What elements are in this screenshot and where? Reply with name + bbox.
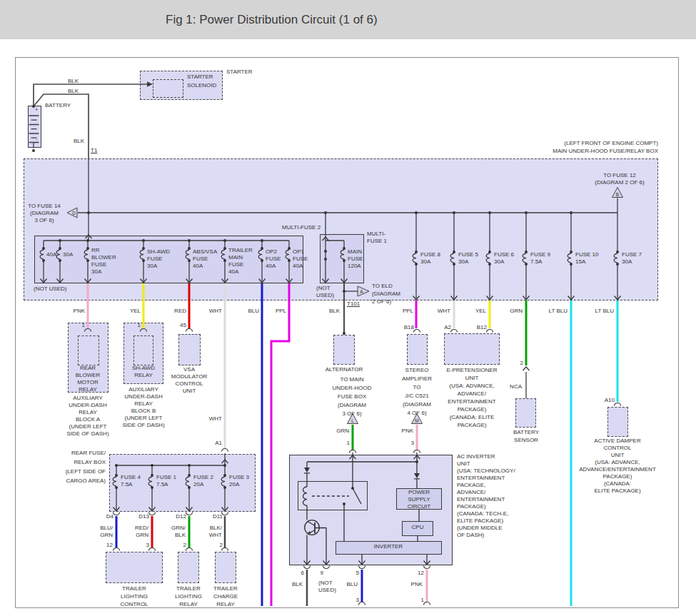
wire-label-blk-t101: BLK (329, 308, 340, 315)
shawd-relay-inner (133, 335, 153, 365)
fuse6-label: FUSE 6 30A (494, 251, 514, 266)
stereo-pin: B18 (404, 324, 414, 331)
rearblower-block: AUXILIARY UNDER-DASH RELAY BLOCK A (UNDE… (66, 395, 109, 438)
stereo-name: STEREO AMPLIFIER (402, 366, 432, 383)
vsa-name: VSA MODULATOR CONTROL UNIT (171, 366, 207, 395)
wire-label-blk1: BLK (68, 78, 79, 85)
rearblower-name: REAR BLOWER MOTOR RELAY (76, 365, 101, 393)
wire-label-blugrn: BLU/ GRN (100, 525, 113, 539)
wire-label-blkwht: BLK/ WHT (209, 525, 222, 539)
mainbox-location-label: (LEFT FRONT OF ENGINE COMPT) MAIN UNDER-… (553, 139, 658, 155)
mf2-fuse-rrblower: RR BLOWER FUSE 30A (91, 247, 116, 276)
trailer-lighting-relay-box (178, 552, 199, 583)
trailer-charge-relay-label: TRAILER CHARGE RELAY (213, 585, 238, 608)
shawd-block: AUXILIARY UNDER-DASH RELAY BLOCK B (UNDE… (122, 386, 164, 429)
wire-label-blk-inv: BLK (292, 581, 303, 588)
to-fuse14-label: TO FUSE 14 (DIAGRAM 3 OF 6) (28, 203, 61, 224)
mf2-fuse-40a: 40A (46, 251, 56, 258)
pin-label-a1: A1 (215, 440, 222, 447)
inv-pin-9: 9 (321, 570, 323, 577)
wire-label-pnk: PNK (74, 308, 85, 315)
inverter-pin1-label: 1 (347, 440, 350, 447)
pin-d4: D4 (106, 513, 114, 520)
starter-solenoid-label: STARTER SOLENOID (187, 73, 216, 90)
pin-2a: 2 (183, 542, 186, 549)
stereo-amplifier-box (407, 334, 428, 365)
mf2-fuse-absvsa: ABS/VSA FUSE 40A (193, 248, 217, 270)
pin-label-t1: T1 (91, 147, 97, 154)
inverter-pin3-label: 3 (411, 440, 414, 447)
preten-name: E-PRETENSIONER UNIT (USA: ADVANCE, ADVAN… (446, 366, 497, 429)
shawd-name: SH-AWD RELAY (132, 365, 155, 379)
stereo-dest: TO J/C C521 (DIAGRAM 4 OF 6) (403, 383, 431, 418)
mf2-fuse-shawd: SH-AWD FUSE 30A (147, 248, 170, 270)
e-pretensioner-box (444, 333, 500, 365)
fuse9-label: FUSE 9 7.5A (530, 251, 550, 266)
pin-3: 3 (146, 542, 149, 549)
damper-pin: A10 (605, 397, 615, 404)
inv-notused: (NOT USED) (318, 580, 336, 594)
cpu-label: CPU (412, 524, 424, 531)
wire-label-blu-inv: BLU (346, 581, 358, 588)
battery-sensor-box (515, 398, 536, 428)
rearbox-label: REAR FUSE/ RELAY BOX (LEFT SIDE OF CARGO… (66, 448, 106, 485)
preten-pin-a2: A2 (444, 324, 451, 331)
wire-label-wht-mid: WHT (209, 415, 222, 423)
wire-label-yel: YEL (130, 308, 141, 315)
vsa-pin: 45 (180, 322, 186, 329)
mf2-fuse-op2: OP2 FUSE 40A (266, 248, 281, 270)
pin-12: 12 (106, 542, 113, 549)
alternator-dest: TO MAIN UNDER-HOOD FUSE BOX (DIAGRAM 3 O… (332, 375, 371, 418)
nca-label: NCA (510, 383, 522, 390)
mf2-fuse-30a: 30A (63, 251, 73, 258)
inv-pin-12: 12 (418, 570, 424, 577)
pin-2b: 2 (220, 542, 223, 549)
rear-blower-relay-inner (78, 335, 99, 365)
trailer-lighting-control-box (106, 552, 163, 583)
fuse5-label: FUSE 5 30A (458, 251, 478, 266)
pin-d13: D13 (138, 513, 149, 520)
wire-label-grn2: GRN (336, 428, 349, 435)
wire-label-yel2: YEL (475, 308, 486, 315)
inverter-block-label: INVERTER (374, 543, 403, 550)
fuse3-label: FUSE 3 20A (229, 474, 249, 488)
shawd-pin: 1 (138, 322, 141, 329)
wire-label-ppl2: PPL (403, 308, 413, 315)
wire-label-redgrn: RED/ GRN (135, 525, 148, 539)
mf2-fuse-trailer: TRAILER MAIN FUSE 40A (228, 247, 253, 276)
alternator-name: ALTERNATOR (326, 366, 363, 373)
wire-label-ltblu1: LT BLU (549, 308, 568, 315)
fuse1-label: FUSE 1 7.5A (156, 474, 176, 488)
pin-b3: 3 (356, 597, 359, 604)
pin-d11: D11 (213, 513, 223, 520)
alternator-box (333, 335, 355, 365)
wire-label-pnk-inv: PNK (411, 581, 423, 588)
trailer-charge-relay-box (215, 552, 236, 583)
wire-label-ltblu2: LT BLU (595, 308, 614, 315)
battery-label: BATTERY (45, 102, 71, 109)
trailer-lighting-relay-label: TRAILER LIGHTING RELAY (175, 585, 202, 608)
fuse2-label: FUSE 2 20A (193, 474, 213, 488)
wire-label-ppl: PPL (276, 308, 286, 315)
batsensor-name: BATTERY SENSOR (513, 428, 539, 444)
to-eld-label: TO ELD (DIAGRAM 2 OF 6) (372, 282, 400, 306)
multifuse2-label: MULTI-FUSE 2 (282, 224, 321, 231)
mf1-notused-label: (NOT USED) (316, 285, 334, 299)
fuse4-label: FUSE 4 7.5A (121, 474, 141, 488)
psc-label: POWER SUPPLY CIRCUIT (408, 489, 430, 510)
wire-label-blk3: BLK (74, 138, 84, 145)
starter-label: STARTER (226, 69, 253, 76)
pin-p1: 1 (421, 597, 424, 604)
to-fuse12-label: TO FUSE 12 (DIAGRAM 2 OF 6) (595, 172, 644, 186)
inv-pin-6: 6 (301, 570, 304, 577)
wire-label-red: RED (174, 308, 186, 315)
ac-inverter-name: AC INVERTER UNIT (USA: TECHNOLOGY/ ENTER… (457, 453, 515, 539)
fuse8-label: FUSE 8 30A (420, 251, 440, 266)
mf1-mainfuse-label: MAIN FUSE 120A (348, 248, 363, 270)
vsa-modulator-box (178, 334, 201, 365)
wire-label-grnblk: GRN/ BLK (171, 525, 186, 539)
damper-name: ACTIVE DAMPER CONTROL UNIT (USA: ADVANCE… (579, 438, 656, 495)
trailer-lighting-control-label: TRAILER LIGHTING CONTROL (120, 585, 148, 608)
figure-title: Fig 1: Power Distribution Circuit (1 of … (166, 13, 378, 27)
wire-label-blk2: BLK (68, 88, 79, 95)
